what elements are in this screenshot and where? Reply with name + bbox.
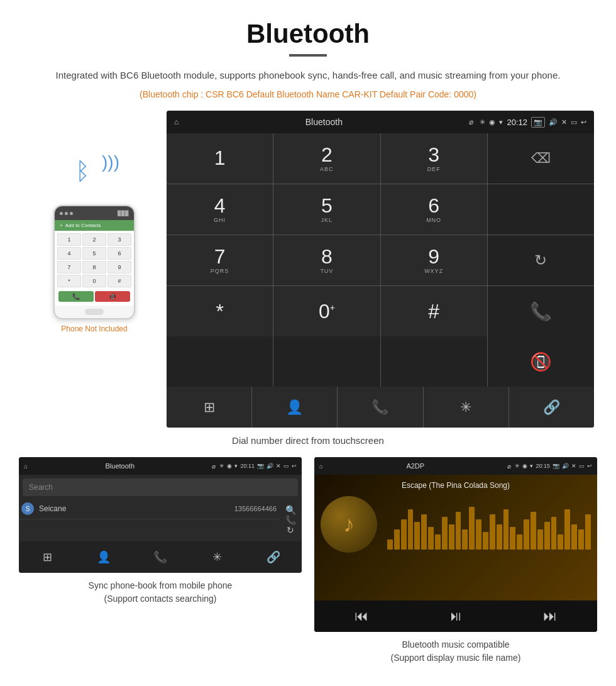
prev-track-button[interactable]: ⏮ — [355, 608, 368, 624]
dial-key-1[interactable]: 1 — [167, 133, 273, 184]
music-time: 20:15 — [536, 463, 550, 469]
dial-cell-call-green[interactable]: 📞 — [488, 286, 594, 336]
phone-key-1: 1 — [57, 233, 81, 246]
eq-bar — [564, 509, 570, 550]
dial-key-star[interactable]: * — [167, 286, 273, 336]
main-section: ᛒ ))) ▉▉▉ + Add to Contacts 1 2 — [19, 111, 597, 428]
dial-key-5[interactable]: 5 JKL — [273, 184, 380, 235]
music-bt-icon: ✳ — [515, 463, 520, 469]
toolbar-phone-btn[interactable]: 📞 — [338, 387, 422, 428]
equalizer — [387, 499, 591, 550]
eq-bar — [483, 532, 488, 550]
dial-key-6[interactable]: 6 MNO — [381, 184, 487, 235]
dial-key-0[interactable]: 0+ — [273, 286, 380, 336]
dial-cell-call-red[interactable]: 📵 — [488, 336, 594, 387]
toolbar-link-btn[interactable]: 🔗 — [509, 387, 594, 428]
phone-dialpad-grid: 1 2 3 4 5 6 7 8 9 * 0 # — [57, 233, 131, 287]
music-back-icon[interactable]: ↩ — [587, 463, 592, 469]
status-bar: ⌂ Bluetooth ⌀ ✳ ◉ ▾ 20:12 📷 🔊 ✕ ▭ ↩ — [167, 111, 594, 133]
camera-icon: 📷 — [531, 117, 545, 128]
dial-key-7[interactable]: 7 PQRS — [167, 235, 273, 285]
pb-toolbar-bluetooth[interactable]: ✳ — [189, 541, 245, 573]
dot-3 — [70, 212, 73, 215]
dial-row5-cell1 — [167, 336, 273, 387]
music-screen-wrap: ⌂ A2DP ⌀ ✳ ◉ ▾ 20:15 📷 🔊 ✕ ▭ ↩ Escape (T… — [314, 457, 597, 665]
toolbar-bluetooth-btn[interactable]: ✳ — [424, 387, 509, 428]
phone-key-4: 4 — [57, 247, 81, 260]
song-title: Escape (The Pina Colada Song) — [402, 481, 510, 490]
dial-cell-backspace[interactable]: ⌫ — [488, 133, 594, 184]
play-pause-button[interactable]: ⏯ — [449, 608, 463, 624]
phone-key-5: 5 — [82, 247, 106, 260]
next-track-button[interactable]: ⏭ — [543, 608, 557, 624]
bluetooth-symbol-icon: ᛒ — [75, 158, 90, 185]
dial-key-hash[interactable]: # — [381, 286, 487, 336]
phonebook-search-bar[interactable]: Search — [23, 479, 298, 496]
home-icon[interactable]: ⌂ — [174, 118, 179, 126]
phone-bottom-row: 📞 📵 — [57, 290, 131, 303]
phone-key-3: 3 — [107, 233, 131, 246]
eq-bar — [476, 519, 481, 550]
usb-icon: ⌀ — [469, 118, 473, 126]
contact-number: 13566664466 — [234, 505, 277, 512]
phonebook-time: 20:11 — [240, 463, 255, 469]
eq-bar — [578, 529, 584, 550]
toolbar-person-btn[interactable]: 👤 — [252, 387, 337, 428]
title-divider — [289, 54, 327, 57]
phonebook-area: S Seicane 13566664466 🔍 📞 ↻ — [19, 499, 302, 541]
eq-bar — [490, 514, 495, 550]
eq-bar — [497, 524, 502, 550]
phone-call-button: 📞 — [58, 291, 94, 302]
bottom-toolbar: ⊞ 👤 📞 ✳ 🔗 — [167, 387, 594, 428]
toolbar-grid-btn[interactable]: ⊞ — [167, 387, 251, 428]
music-home-icon[interactable]: ⌂ — [319, 463, 323, 470]
pb-toolbar-grid[interactable]: ⊞ — [19, 541, 75, 573]
bottom-screens-section: ⌂ Bluetooth ⌀ ✳ ◉ ▾ 20:11 📷 🔊 ✕ ▭ ↩ Sear… — [19, 457, 597, 665]
car-dial-screen: ⌂ Bluetooth ⌀ ✳ ◉ ▾ 20:12 📷 🔊 ✕ ▭ ↩ 1 — [167, 111, 594, 428]
dial-key-3[interactable]: 3 DEF — [381, 133, 487, 184]
pb-toolbar-link[interactable]: 🔗 — [245, 541, 302, 573]
phonebook-screen: ⌂ Bluetooth ⌀ ✳ ◉ ▾ 20:11 📷 🔊 ✕ ▭ ↩ Sear… — [19, 457, 302, 573]
page-subtitle: Integrated with BC6 Bluetooth module, su… — [0, 68, 616, 83]
phonebook-back-icon[interactable]: ↩ — [292, 463, 297, 469]
eq-bar — [469, 507, 475, 550]
music-usb-icon: ⌀ — [507, 463, 511, 470]
add-contact-label: Add to Contacts — [65, 223, 101, 228]
music-loc-icon: ◉ — [522, 463, 527, 469]
dial-key-4[interactable]: 4 GHI — [167, 184, 273, 235]
phone-not-included-label: Phone Not Included — [61, 324, 127, 333]
contact-row[interactable]: S Seicane 13566664466 — [19, 499, 279, 519]
search-placeholder: Search — [29, 483, 53, 492]
phone-side-icon[interactable]: 📞 — [285, 515, 296, 525]
pb-toolbar-person[interactable]: 👤 — [75, 541, 132, 573]
location-icon: ◉ — [489, 118, 495, 126]
eq-bar — [394, 529, 400, 550]
phone-home-button — [85, 309, 104, 315]
dial-key-2[interactable]: 2 ABC — [273, 133, 380, 184]
eq-bar — [462, 529, 468, 550]
dial-cell-refresh[interactable]: ↻ — [488, 235, 594, 285]
dial-grid: 1 2 ABC 3 DEF ⌫ 4 GHI 5 JKL — [167, 133, 594, 336]
phonebook-vol-icon: 🔊 — [267, 463, 273, 469]
phonebook-screen-title: Bluetooth — [31, 462, 208, 470]
phonebook-home-icon[interactable]: ⌂ — [24, 463, 28, 470]
eq-bar — [524, 519, 529, 550]
bluetooth-status-icon: ✳ — [480, 118, 485, 126]
eq-bar — [449, 524, 454, 550]
phonebook-bt-icon: ✳ — [219, 463, 224, 469]
refresh-side-icon[interactable]: ↻ — [287, 525, 294, 535]
back-icon[interactable]: ↩ — [581, 118, 586, 126]
pb-toolbar-phone[interactable]: 📞 — [132, 541, 189, 573]
eq-bar — [585, 514, 591, 550]
search-side-icon[interactable]: 🔍 — [285, 505, 296, 515]
music-controls: ⏮ ⏯ ⏭ — [314, 600, 597, 632]
eq-bar — [544, 522, 550, 550]
phonebook-loc-icon: ◉ — [227, 463, 232, 469]
eq-bar — [421, 514, 427, 550]
screen-icon: ▭ — [571, 118, 577, 126]
phonebook-screen-wrap: ⌂ Bluetooth ⌀ ✳ ◉ ▾ 20:11 📷 🔊 ✕ ▭ ↩ Sear… — [19, 457, 302, 665]
dial-key-9[interactable]: 9 WXYZ — [381, 235, 487, 285]
dial-cell-empty-2 — [488, 184, 594, 235]
dial-key-8[interactable]: 8 TUV — [273, 235, 380, 285]
phone-illustration: ᛒ ))) ▉▉▉ + Add to Contacts 1 2 — [22, 111, 167, 333]
